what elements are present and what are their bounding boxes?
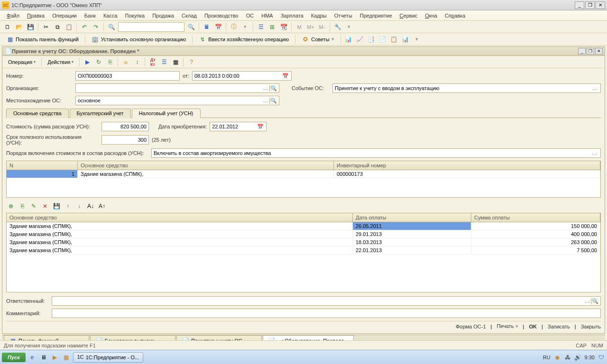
struct-icon[interactable]: ⎄ — [121, 57, 130, 67]
mark-mplus-icon[interactable]: M+ — [306, 22, 315, 32]
clock[interactable]: 9:30 — [585, 355, 595, 360]
col-n[interactable]: N — [7, 161, 78, 170]
drop1-icon[interactable]: ▾ — [240, 22, 250, 32]
set-org-button[interactable]: 🏢Установить основную организацию — [88, 34, 190, 45]
undo-icon[interactable]: ↶ — [80, 22, 89, 32]
col-asset[interactable]: Основное средство — [78, 161, 334, 170]
col-pay-date[interactable]: Дата оплаты — [353, 213, 471, 222]
tray-shield-icon[interactable]: 🛡 — [598, 354, 605, 361]
doc-restore-button[interactable]: ❐ — [587, 48, 594, 55]
quick-desktop-icon[interactable]: 🖥 — [39, 353, 48, 362]
resp-search-icon[interactable]: 🔍 — [591, 298, 598, 304]
menu-storage[interactable]: Склад — [178, 11, 201, 20]
quick-media-icon[interactable]: ▶ — [50, 353, 60, 362]
cut-icon[interactable]: ✂ — [41, 22, 51, 32]
search-icon[interactable]: 🔍 — [107, 22, 116, 32]
report1-icon[interactable]: 📊 — [344, 35, 353, 44]
menu-enterprise[interactable]: Предприятие — [356, 11, 396, 20]
resp-input[interactable]: …🔍 — [52, 296, 601, 306]
minimize-button[interactable]: _ — [575, 1, 584, 9]
menu-help[interactable]: Справка — [441, 11, 469, 20]
save-icon[interactable]: 💾 — [26, 22, 35, 32]
move-icon[interactable]: ↕ — [132, 57, 142, 67]
cost-input[interactable]: 820 500,00 — [101, 122, 149, 131]
show-panel-button[interactable]: ▦Показать панель функций — [3, 34, 82, 45]
actions-dropdown[interactable]: Действия▾ — [45, 58, 76, 66]
drop2-icon[interactable]: ▾ — [344, 22, 354, 32]
sort-asc-icon[interactable]: A↓ — [86, 201, 95, 211]
number-input[interactable]: ОХП00000003 — [75, 71, 180, 81]
sort-desc-icon[interactable]: A↑ — [97, 201, 107, 211]
tray-network-icon[interactable]: 🖧 — [564, 354, 571, 361]
event-select-icon[interactable]: … — [591, 85, 598, 91]
info-icon[interactable]: ⓘ — [229, 22, 239, 32]
print-dropdown[interactable]: Печать ▾ — [497, 323, 518, 329]
report2-icon[interactable]: 📈 — [355, 35, 365, 44]
menu-sale[interactable]: Продажа — [148, 11, 178, 20]
order-input[interactable]: Включить в состав амортизируемого имущес… — [151, 148, 601, 158]
dtkr-icon[interactable]: ДтКт — [148, 57, 157, 67]
menu-os[interactable]: ОС — [242, 11, 258, 20]
calc-icon[interactable]: 🖩 — [202, 22, 212, 32]
quick-ie-icon[interactable]: e — [28, 353, 37, 362]
list-icon[interactable]: ☰ — [256, 22, 266, 32]
save-button[interactable]: Записать — [548, 324, 570, 329]
tab-accounting[interactable]: Бухгалтерский учет — [70, 109, 131, 118]
loc-select-icon[interactable]: … — [262, 98, 269, 104]
menu-bank[interactable]: Банк — [81, 11, 100, 20]
tray-icon-1[interactable]: ◉ — [553, 354, 561, 361]
start-button[interactable]: Пуск — [2, 353, 26, 362]
paste-icon[interactable]: 📋 — [64, 22, 74, 32]
edit-row-icon[interactable]: ✎ — [29, 201, 38, 211]
menu-hr[interactable]: Кадры — [307, 11, 331, 20]
doc-close-button[interactable]: ✕ — [595, 48, 603, 55]
report6-icon[interactable]: 📊 — [401, 35, 410, 44]
asset-row[interactable]: 1 Здание магазина (СПМК), 000000173 — [7, 170, 600, 178]
org-select-icon[interactable]: … — [262, 85, 269, 91]
delete-row-icon[interactable]: ✕ — [40, 201, 50, 211]
life-input[interactable]: 300 — [101, 135, 149, 145]
tree-icon[interactable]: ⊞ — [267, 22, 277, 32]
menu-operations[interactable]: Операции — [48, 11, 80, 20]
menu-production[interactable]: Производство — [201, 11, 242, 20]
report5-icon[interactable]: 📋 — [389, 35, 399, 44]
acq-calendar-icon[interactable]: 📅 — [257, 124, 264, 130]
search-combo[interactable] — [118, 22, 184, 32]
mark-mminus-icon[interactable]: M- — [317, 22, 327, 32]
open-icon[interactable]: 📂 — [14, 22, 24, 32]
menu-edit[interactable]: Правка — [23, 11, 48, 20]
repost-icon[interactable]: ↻ — [94, 57, 103, 67]
move-up-icon[interactable]: ↑ — [63, 201, 73, 211]
form-os1-link[interactable]: Форма ОС-1 — [456, 324, 486, 329]
tray-volume-icon[interactable]: 🔊 — [574, 354, 582, 361]
form-icon[interactable]: ☰ — [159, 57, 169, 67]
operation-dropdown[interactable]: Операция▾ — [5, 58, 38, 66]
order-select-icon[interactable]: … — [591, 150, 598, 156]
loc-input[interactable]: основное …🔍 — [75, 96, 279, 105]
redo-icon[interactable]: ↷ — [91, 22, 101, 32]
close-button[interactable]: ✕ — [596, 1, 605, 9]
org-input[interactable]: …🔍 — [75, 83, 279, 93]
save-row-icon[interactable]: 💾 — [52, 201, 61, 211]
payment-row[interactable]: Здание магазина (СПМК), 18.03.2013 263 0… — [7, 238, 600, 246]
help-icon[interactable]: ? — [186, 57, 196, 67]
col-pay-sum[interactable]: Сумма оплаты — [471, 213, 600, 222]
menu-windows[interactable]: Окна — [421, 11, 441, 20]
post-icon[interactable]: ▶ — [83, 57, 92, 67]
col-inv[interactable]: Инвентарный номер — [334, 161, 600, 170]
event-input[interactable]: Принятие к учету с вводом в эксплуатацию… — [332, 83, 601, 93]
restore-button[interactable]: ❐ — [585, 1, 595, 9]
report3-icon[interactable]: 📑 — [367, 35, 376, 44]
tab-tax-usn[interactable]: Налоговый учет (УСН) — [132, 109, 201, 118]
loc-search-icon[interactable]: 🔍 — [269, 98, 277, 104]
payment-row[interactable]: Здание магазина (СПМК), 26.05.2011 150 0… — [7, 222, 600, 230]
col-pay-asset[interactable]: Основное средство — [7, 213, 353, 222]
dt-icon[interactable]: ⎘ — [105, 57, 115, 67]
tab-main-assets[interactable]: Основные средства — [6, 109, 69, 118]
tips-button[interactable]: ✪Советы▾ — [298, 34, 337, 45]
doc-minimize-button[interactable]: _ — [578, 48, 586, 55]
report4-icon[interactable]: 📄 — [378, 35, 387, 44]
ok-button[interactable]: OK — [529, 324, 537, 329]
settings-icon[interactable]: 🔧 — [333, 22, 342, 32]
props-icon[interactable]: ▦ — [171, 57, 180, 67]
